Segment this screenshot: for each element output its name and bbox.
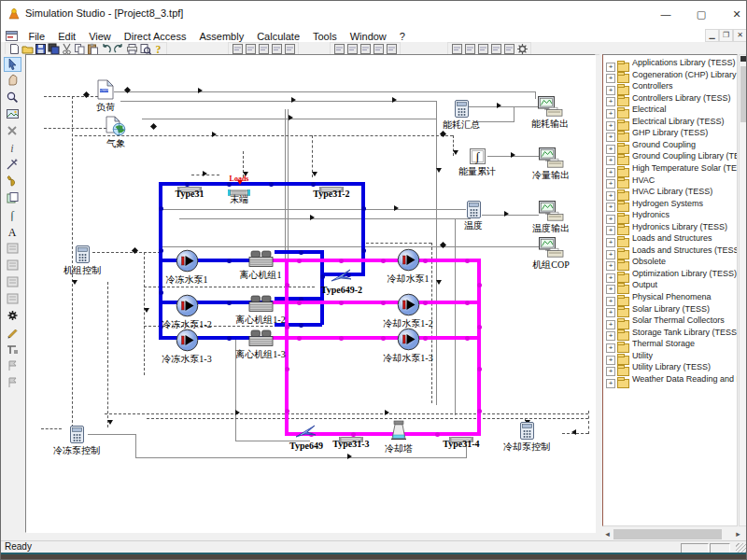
component-type31[interactable] [177,180,202,188]
tree-item-controllers[interactable]: +Controllers [606,81,673,92]
component-chilled-pump-1-2[interactable] [176,294,199,317]
table-view-button[interactable] [359,43,372,53]
snapshot-tool[interactable] [4,107,21,122]
zoom-tool[interactable] [4,91,21,105]
component-chilled-pump-control[interactable] [70,426,84,443]
component-temperature-output[interactable] [539,201,564,221]
zoom-area-button[interactable] [385,43,398,53]
menu-file[interactable]: File [21,30,51,43]
minimize-button[interactable]: — [650,5,682,23]
pen-tool[interactable] [4,326,21,341]
mdi-close-button[interactable]: ✕ [733,29,747,42]
expand-icon[interactable]: + [606,379,615,388]
tree-item-utility[interactable]: +Utility [606,351,653,362]
close-button[interactable]: ✕ [721,5,747,23]
component-cooling-pump-1-2[interactable] [397,293,420,316]
tree-item-ground-coupling[interactable]: +Ground Coupling [606,140,696,151]
component-unit-cop[interactable] [539,237,564,258]
select-tool[interactable] [4,57,21,72]
component-type649-2[interactable] [331,268,353,284]
menu-view[interactable]: View [82,30,118,43]
tree-item-high-temperature-solar-tess[interactable]: +High Temperature Solar (TESS) [606,163,738,175]
component-temperature[interactable] [467,201,481,218]
align-center-button[interactable] [257,43,270,53]
menu-?[interactable]: ? [393,30,412,43]
tree-item-loads-and-structures-tess[interactable]: +Loads and Structures (TESS) [606,245,738,257]
component-chilled-pump-1[interactable] [176,249,199,273]
tree-item-utility-library-tess[interactable]: +Utility Library (TESS) [606,362,711,373]
tree-item-hydrogen-systems[interactable]: +Hydrogen Systems [606,199,703,210]
menu-window[interactable]: Window [344,30,393,43]
component-cooling-pump-1[interactable] [397,248,420,272]
export-tool-button[interactable] [489,43,502,53]
scroll-left-arrow[interactable]: ◂ [602,528,613,540]
tree-item-hydronics-library-tess[interactable]: +Hydronics Library (TESS) [606,222,727,233]
window-a-tool[interactable] [4,242,21,257]
tree-vertical-scrollbar[interactable] [739,54,747,526]
component-cooling-tower[interactable] [389,420,408,441]
new-file-button[interactable] [7,43,21,53]
flag-a-tool[interactable] [4,359,21,374]
scroll-right-arrow[interactable]: ▸ [733,528,743,540]
fit-height-button[interactable] [244,43,257,53]
open-folder-button[interactable] [21,43,34,53]
mdi-minimize-button[interactable]: ▁ [705,29,719,42]
info-tool[interactable]: i [4,141,21,156]
component-weather-file[interactable] [106,116,126,136]
plot-tool[interactable]: ∫ [4,208,21,223]
component-unit-control[interactable] [76,245,90,263]
hierarchy-button[interactable] [332,43,345,53]
align-middle-button[interactable] [270,43,283,53]
menu-edit[interactable]: Edit [51,30,82,43]
resize-grip[interactable] [736,543,746,553]
component-energy-summary[interactable] [455,100,469,118]
tree-item-hvac-library-tess[interactable]: +HVAC Library (TESS) [606,187,712,198]
tree-item-hvac[interactable]: +HVAC [606,175,655,187]
save-button[interactable] [34,43,47,53]
menu-tools[interactable]: Tools [306,30,344,43]
component-chilled-pump-1-3[interactable] [176,329,199,352]
layers-tool[interactable] [4,275,21,290]
text-tool[interactable]: A [4,225,21,240]
settings-tool-button[interactable] [515,43,529,53]
tree-item-ghp-library-tess[interactable]: +GHP Library (TESS) [606,128,708,139]
proforma-button[interactable] [450,43,463,53]
tree-item-weather-data-reading-and-process[interactable]: +Weather Data Reading and Process [606,374,738,385]
vscroll-thumb[interactable] [740,66,746,122]
window-b-tool[interactable] [4,259,21,273]
component-chiller-1[interactable] [248,250,274,268]
tree-item-applications-library-tess[interactable]: +Applications Library (TESS) [606,58,736,69]
tree-item-storage-tank-library-tess[interactable]: +Storage Tank Library (TESS) [606,328,738,339]
fit-width-button[interactable] [231,43,244,53]
gear-tool[interactable] [4,309,21,324]
output-file-button[interactable] [463,43,476,53]
component-type31-2[interactable] [319,180,344,188]
print-assembly-button[interactable] [502,43,515,53]
pan-tool[interactable] [4,74,21,89]
chart-tool-button[interactable] [372,43,385,53]
undo-button[interactable] [99,43,112,53]
paste-button[interactable] [86,43,99,53]
sort-down-button[interactable] [345,43,359,53]
component-cooling-pump-1-3[interactable] [397,328,420,351]
tree-item-optimization-library-tess[interactable]: +Optimization Library (TESS) [606,269,737,280]
tree-item-obsolete[interactable]: +Obsolete [606,257,666,268]
component-energy-integrator[interactable]: ∫ [470,148,486,164]
help-button[interactable]: ? [151,43,164,53]
tree-item-ground-coupling-library-tess[interactable]: +Ground Coupling Library (TESS) [606,151,738,162]
copy-button[interactable] [73,43,86,53]
component-cooling-pump-control[interactable] [520,422,534,440]
parameter-tool[interactable] [4,175,21,189]
tree-item-output[interactable]: +Output [606,280,657,291]
component-energy-output[interactable] [538,96,563,117]
component-chiller-1-3[interactable] [248,329,274,347]
menu-assembly[interactable]: Assembly [192,30,250,43]
flag-b-tool[interactable] [4,376,21,391]
redo-button[interactable] [112,43,125,53]
delete-tool[interactable] [4,124,21,139]
component-load-file[interactable]: USER [97,79,115,100]
tree-item-solar-library-tess[interactable]: +Solar Library (TESS) [606,304,710,315]
tree-item-physical-phenomena[interactable]: +Physical Phenomena [606,292,712,303]
component-cooling-output[interactable] [539,147,564,168]
cut-button[interactable] [60,43,73,53]
